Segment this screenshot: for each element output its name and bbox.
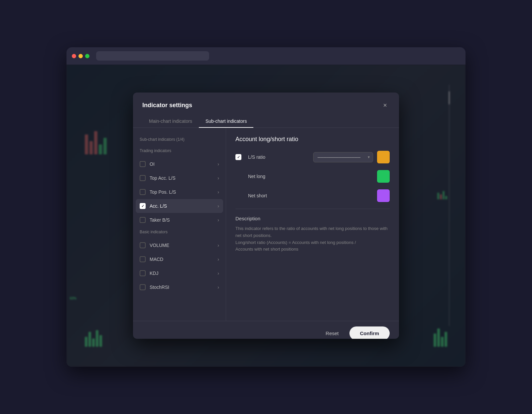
modal-header: Indicator settings ×: [133, 93, 399, 110]
indicator-checkbox-stochrsi[interactable]: [140, 284, 146, 290]
ls-ratio-label: L/S ratio: [248, 154, 309, 160]
ls-ratio-color-swatch[interactable]: [377, 151, 390, 163]
indicator-checkbox-macd[interactable]: [140, 256, 146, 262]
close-button[interactable]: ×: [380, 101, 390, 110]
indicator-item-top-acc-ls[interactable]: Top Acc. L/S ›: [133, 171, 226, 185]
indicator-checkbox-top-acc-ls[interactable]: [140, 175, 146, 181]
indicator-checkbox-taker-bs[interactable]: [140, 217, 146, 223]
indicator-checkbox-volume[interactable]: [140, 242, 146, 248]
trading-section-title: Trading indicators: [133, 146, 226, 156]
description-title: Description: [235, 216, 390, 221]
ls-ratio-dropdown-wrapper: ────────────── ————————— ▾: [313, 152, 373, 162]
modal-tabs: Main-chart indicators Sub-chart indicato…: [133, 110, 399, 128]
net-short-color-swatch[interactable]: [377, 189, 390, 202]
maximize-traffic-light[interactable]: [85, 54, 89, 58]
divider: [235, 209, 390, 209]
indicator-item-oi[interactable]: OI ›: [133, 157, 226, 171]
indicator-item-acc-ls[interactable]: Acc. L/S ›: [136, 199, 223, 213]
indicator-item-top-pos-ls[interactable]: Top Pos. L/S ›: [133, 185, 226, 199]
indicator-checkbox-top-pos-ls[interactable]: [140, 189, 146, 195]
description-text: This indicator refers to the ratio of ac…: [235, 225, 390, 253]
indicator-item-kdj[interactable]: KDJ ›: [133, 266, 226, 280]
indicator-name-acc-ls: Acc. L/S: [150, 203, 217, 209]
indicator-checkbox-acc-ls[interactable]: [140, 203, 146, 209]
chevron-right-icon: ›: [217, 285, 219, 290]
net-long-label: Net long: [248, 174, 373, 179]
chevron-right-icon: ›: [217, 161, 219, 167]
net-short-row: Net short: [235, 189, 390, 202]
left-panel: Sub-chart indicators (1/4) Trading indic…: [133, 128, 226, 321]
indicator-settings-modal: Indicator settings × Main-chart indicato…: [133, 93, 399, 339]
indicator-name-stochrsi: StochRSI: [150, 285, 217, 290]
chevron-right-icon: ›: [217, 217, 219, 223]
modal-title: Indicator settings: [142, 102, 192, 109]
close-traffic-light[interactable]: [72, 54, 76, 58]
indicator-name-kdj: KDJ: [150, 271, 217, 276]
confirm-button[interactable]: Confirm: [349, 326, 390, 339]
tab-sub-chart[interactable]: Sub-chart indicators: [199, 115, 254, 128]
description-section: Description This indicator refers to the…: [235, 216, 390, 253]
ls-ratio-dropdown[interactable]: ────────────── —————————: [313, 152, 373, 162]
right-panel-title: Account long/short ratio: [235, 136, 390, 143]
url-bar[interactable]: [96, 51, 209, 61]
indicator-name-oi: OI: [150, 161, 217, 167]
indicator-item-volume[interactable]: VOLUME ›: [133, 238, 226, 252]
indicator-item-macd[interactable]: MACD ›: [133, 252, 226, 266]
indicator-name-macd: MACD: [150, 257, 217, 262]
tab-main-chart[interactable]: Main-chart indicators: [142, 115, 199, 128]
panel-section-count: Sub-chart indicators (1/4): [133, 134, 226, 144]
indicator-item-taker-bs[interactable]: Taker B/S ›: [133, 213, 226, 227]
modal-overlay: Indicator settings × Main-chart indicato…: [66, 65, 466, 367]
ls-ratio-row: L/S ratio ────────────── ————————— ▾: [235, 151, 390, 163]
modal-footer: Reset Confirm: [133, 321, 399, 339]
net-short-label: Net short: [248, 193, 373, 198]
minimize-traffic-light[interactable]: [78, 54, 83, 58]
chevron-right-icon: ›: [217, 271, 219, 276]
indicator-checkbox-kdj[interactable]: [140, 270, 146, 276]
indicator-name-top-pos-ls: Top Pos. L/S: [150, 189, 217, 195]
chevron-right-icon: ›: [217, 189, 219, 195]
chevron-right-icon-active: ›: [217, 203, 219, 209]
net-long-color-swatch[interactable]: [377, 170, 390, 183]
indicator-name-volume: VOLUME: [150, 243, 217, 248]
indicator-name-taker-bs: Taker B/S: [150, 217, 217, 223]
indicator-checkbox-oi[interactable]: [140, 161, 146, 167]
right-panel: Account long/short ratio L/S ratio ─────…: [226, 128, 399, 321]
traffic-lights: [72, 54, 89, 58]
reset-button[interactable]: Reset: [320, 328, 344, 339]
modal-body: Sub-chart indicators (1/4) Trading indic…: [133, 128, 399, 321]
basic-section-title: Basic indicators: [133, 227, 226, 237]
chevron-right-icon: ›: [217, 243, 219, 248]
browser-titlebar: [66, 47, 466, 65]
chevron-right-icon: ›: [217, 257, 219, 262]
net-long-row: Net long: [235, 170, 390, 183]
indicator-item-stochrsi[interactable]: StochRSI ›: [133, 280, 226, 294]
chevron-right-icon: ›: [217, 175, 219, 181]
ls-ratio-checkbox[interactable]: [235, 154, 241, 160]
indicator-name-top-acc-ls: Top Acc. L/S: [150, 175, 217, 181]
browser-content: 63% Indicator settings × Main-chart indi…: [66, 65, 466, 367]
